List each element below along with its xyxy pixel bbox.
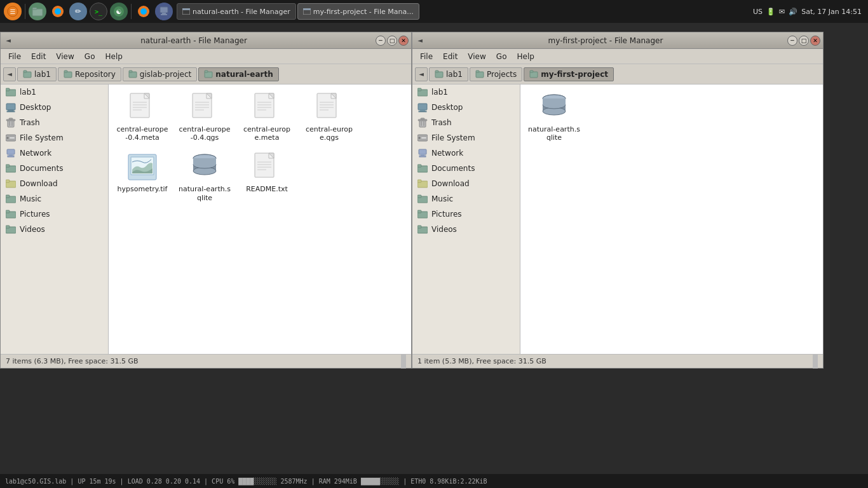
svg-rect-100	[530, 71, 533, 72]
left-bc-lab1[interactable]: lab1	[17, 67, 57, 81]
svg-rect-32	[9, 118, 13, 119]
left-file-area: central-europe-0.4.meta central-europe-0…	[109, 85, 411, 354]
right-sidebar-trash[interactable]: Trash	[412, 115, 520, 130]
left-file-1[interactable]: central-europe-0.4.qgs	[176, 90, 233, 144]
window-btn-right[interactable]: my-first-project - File Mana...	[297, 3, 419, 20]
svg-rect-11	[162, 13, 166, 14]
svg-rect-48	[6, 210, 10, 213]
left-sidebar-desktop[interactable]: Desktop	[1, 100, 108, 115]
svg-rect-87	[193, 158, 216, 165]
firefox-icon[interactable]	[49, 3, 67, 20]
window-btn-left[interactable]: natural-earth - File Manager	[177, 3, 296, 20]
right-sidebar-lab1[interactable]: lab1	[412, 85, 520, 100]
svg-rect-116	[419, 156, 426, 157]
right-sidebar-documents[interactable]: Documents	[412, 161, 520, 176]
svg-rect-30	[8, 120, 14, 127]
right-sidebar-network[interactable]: Network	[412, 146, 520, 161]
left-bc-repository[interactable]: Repository	[58, 67, 121, 81]
left-bc-natural-earth[interactable]: natural-earth	[198, 67, 278, 81]
main-menu-icon[interactable]: ☰	[4, 3, 22, 20]
left-menu-help[interactable]: Help	[100, 51, 127, 62]
left-file-icon-2	[252, 92, 282, 123]
right-sidebar-videos[interactable]: Videos	[412, 222, 520, 237]
right-back-btn[interactable]: ◄	[415, 67, 428, 81]
svg-rect-29	[7, 111, 15, 112]
left-sidebar-download[interactable]: Download	[1, 176, 108, 191]
left-bc-gislab[interactable]: gislab-project	[123, 67, 198, 81]
bottom-bar: lab1@c50.GIS.lab | UP 15m 19s | LOAD 0.2…	[0, 474, 868, 488]
left-file-3[interactable]: central-europe.qgs	[301, 90, 358, 144]
right-bc-lab1[interactable]: lab1	[429, 67, 468, 81]
right-scrollbar[interactable]	[813, 355, 818, 369]
left-menu-edit[interactable]: Edit	[26, 51, 51, 62]
battery-icon: 🔋	[766, 8, 775, 16]
right-sidebar-music[interactable]: Music	[412, 191, 520, 207]
left-file-5[interactable]: natural-earth.sqlite	[176, 149, 233, 204]
left-maximize-btn[interactable]: □	[387, 36, 397, 46]
left-file-4[interactable]: hypsometry.tif	[114, 149, 171, 204]
left-sidebar-trash[interactable]: Trash	[1, 115, 108, 130]
left-minimize-btn[interactable]: ─	[376, 36, 386, 46]
right-menu-edit[interactable]: Edit	[438, 51, 463, 62]
email-icon: ✉	[779, 8, 785, 16]
network2-icon[interactable]	[155, 3, 173, 20]
left-menu-view[interactable]: View	[51, 51, 79, 62]
right-close-btn[interactable]: ✕	[810, 36, 820, 46]
left-menu-go[interactable]: Go	[79, 51, 100, 62]
svg-rect-24	[205, 71, 208, 72]
left-scrollbar[interactable]	[401, 355, 406, 369]
left-back-btn[interactable]: ◄	[3, 67, 16, 81]
left-sidebar-pictures[interactable]: Pictures	[1, 207, 108, 222]
right-maximize-btn[interactable]: □	[799, 36, 809, 46]
left-sidebar-filesystem[interactable]: File System	[1, 130, 108, 146]
right-menu-help[interactable]: Help	[512, 51, 539, 62]
files-icon[interactable]	[29, 3, 46, 20]
right-menu-view[interactable]: View	[463, 51, 491, 62]
left-file-0[interactable]: central-europe-0.4.meta	[114, 90, 171, 144]
right-sidebar-desktop[interactable]: Desktop	[412, 100, 520, 115]
svg-rect-14	[182, 8, 190, 10]
left-file-2[interactable]: central-europe.meta	[238, 90, 295, 144]
svg-rect-18	[24, 71, 27, 72]
right-bc-my-first-project[interactable]: my-first-project	[524, 67, 614, 81]
editor-icon[interactable]: ✏	[69, 3, 87, 20]
right-bc-projects[interactable]: Projects	[470, 67, 522, 81]
svg-point-5	[55, 8, 61, 15]
terminal-icon[interactable]: >_	[90, 3, 107, 20]
right-file-icon-0	[539, 92, 569, 123]
left-file-label-1: central-europe-0.4.qgs	[179, 125, 231, 142]
left-file-icon-4	[127, 152, 158, 182]
left-file-label-6: README.txt	[246, 185, 288, 193]
svg-rect-22	[129, 71, 132, 72]
desktop: ◄ natural-earth - File Manager ─ □ ✕ Fil…	[0, 23, 868, 464]
left-file-6[interactable]: README.txt	[238, 149, 295, 204]
left-sidebar-network[interactable]: Network	[1, 146, 108, 161]
firefox2-icon[interactable]	[135, 3, 153, 20]
app5-icon[interactable]: ☯	[110, 3, 128, 20]
left-sidebar-music[interactable]: Music	[1, 191, 108, 207]
svg-rect-102	[417, 88, 421, 91]
svg-text:☰: ☰	[10, 8, 16, 15]
svg-point-9	[140, 8, 147, 15]
right-status-text: 1 item (5.3 MB), Free space: 31.5 GB	[417, 357, 546, 365]
left-close-btn[interactable]: ✕	[398, 36, 409, 46]
left-statusbar: 7 items (6.3 MB), Free space: 31.5 GB	[1, 354, 411, 368]
svg-rect-37	[10, 137, 15, 139]
sep2	[131, 4, 132, 19]
left-nav-arrow[interactable]: ◄	[3, 36, 13, 46]
right-sidebar-pictures[interactable]: Pictures	[412, 207, 520, 222]
right-menu-file[interactable]: File	[415, 51, 438, 62]
right-sidebar-download[interactable]: Download	[412, 176, 520, 191]
left-sidebar-lab1[interactable]: lab1	[1, 85, 108, 100]
svg-rect-27	[6, 104, 15, 110]
left-menu-file[interactable]: File	[3, 51, 26, 62]
left-sidebar-documents[interactable]: Documents	[1, 161, 108, 176]
right-statusbar: 1 item (5.3 MB), Free space: 31.5 GB	[412, 354, 823, 368]
right-file-0[interactable]: natural-earth.sqlite	[526, 90, 583, 144]
right-menu-go[interactable]: Go	[491, 51, 512, 62]
left-file-icon-1	[189, 92, 220, 123]
right-nav-arrow[interactable]: ◄	[415, 36, 425, 46]
right-sidebar-filesystem[interactable]: File System	[412, 130, 520, 146]
right-minimize-btn[interactable]: ─	[787, 36, 797, 46]
left-sidebar-videos[interactable]: Videos	[1, 222, 108, 237]
